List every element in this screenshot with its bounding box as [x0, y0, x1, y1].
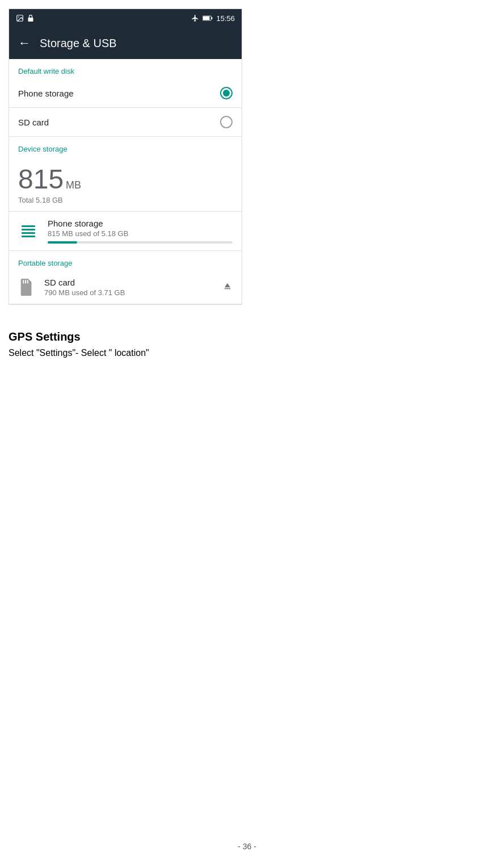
phone-storage-name: Phone storage: [48, 219, 233, 228]
phone-storage-bar-container: [48, 241, 233, 244]
back-button[interactable]: ←: [18, 36, 31, 51]
sd-card-name: SD card: [44, 278, 213, 287]
svg-rect-12: [27, 280, 28, 284]
phone-storage-radio[interactable]: [220, 87, 233, 99]
toolbar: ← Storage & USB: [9, 27, 242, 59]
phone-storage-icon: [18, 221, 39, 241]
phone-storage-bar-fill: [48, 241, 77, 244]
status-time: 15:56: [216, 14, 235, 23]
svg-point-1: [18, 16, 19, 18]
image-icon: [16, 14, 24, 22]
content: Default write disk Phone storage SD card…: [9, 59, 242, 304]
phone-storage-info: Phone storage 815 MB used of 5.18 GB: [48, 219, 233, 244]
status-bar-left: [16, 14, 34, 22]
sd-card-entry[interactable]: SD card 790 MB used of 3.71 GB: [9, 271, 242, 304]
sd-card-used: 790 MB used of 3.71 GB: [44, 288, 213, 297]
status-bar: 15:56: [9, 9, 242, 27]
eject-icon[interactable]: [222, 281, 233, 294]
storage-unit: MB: [66, 179, 81, 191]
phone-storage-used: 815 MB used of 5.18 GB: [48, 229, 233, 238]
sd-card-icon: [18, 279, 35, 296]
gps-description: Select "Settings"- Select " location": [9, 348, 485, 358]
phone-screen: 15:56 ← Storage & USB Default write disk…: [9, 9, 242, 305]
default-write-disk-label: Default write disk: [9, 59, 242, 79]
phone-storage-radio-inner: [223, 90, 230, 97]
sd-card-info: SD card 790 MB used of 3.71 GB: [44, 278, 213, 297]
storage-total: Total 5.18 GB: [18, 196, 233, 204]
gps-title: GPS Settings: [9, 330, 485, 343]
sd-card-radio[interactable]: [220, 116, 233, 128]
toolbar-title: Storage & USB: [40, 37, 117, 50]
svg-rect-7: [22, 229, 35, 230]
battery-icon: [202, 15, 213, 22]
phone-storage-option[interactable]: Phone storage: [9, 79, 242, 108]
svg-rect-9: [22, 236, 35, 237]
page-content: GPS Settings Select "Settings"- Select "…: [0, 313, 494, 367]
svg-rect-6: [22, 225, 35, 227]
airplane-icon: [191, 14, 199, 22]
page-number: - 36 -: [0, 831, 494, 862]
storage-used-number: 815: [18, 163, 64, 195]
svg-rect-8: [22, 232, 35, 234]
sd-card-option[interactable]: SD card: [9, 108, 242, 137]
device-storage-label: Device storage: [9, 137, 242, 157]
status-bar-right: 15:56: [191, 14, 235, 23]
svg-rect-11: [25, 280, 26, 284]
svg-rect-4: [212, 17, 213, 19]
svg-rect-10: [23, 280, 24, 284]
phone-storage-label: Phone storage: [18, 89, 74, 98]
phone-storage-entry[interactable]: Phone storage 815 MB used of 5.18 GB: [9, 212, 242, 251]
lock-icon: [27, 14, 34, 22]
device-storage-section: 815 MB Total 5.18 GB: [9, 157, 242, 212]
storage-size-row: 815 MB: [18, 163, 233, 195]
sd-card-label: SD card: [18, 118, 49, 127]
svg-rect-2: [28, 18, 33, 22]
portable-storage-label: Portable storage: [9, 251, 242, 271]
svg-rect-5: [203, 16, 210, 20]
